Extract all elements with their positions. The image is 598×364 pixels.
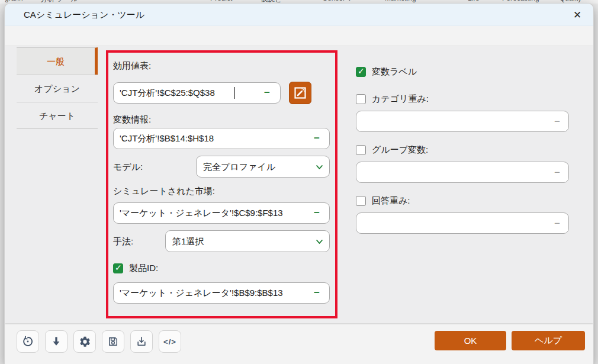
model-select-value: 完全プロファイル	[203, 162, 275, 172]
group-variable-label: グループ変数:	[372, 144, 428, 156]
simulated-market-label: シミュレートされた市場:	[113, 186, 215, 197]
category-weights-input[interactable]	[356, 111, 569, 132]
ribbon-tab-fragment: Marketing	[385, 0, 416, 2]
method-select[interactable]: 第1選択	[165, 230, 330, 252]
load-button[interactable]	[130, 330, 153, 353]
product-id-row: 製品ID:	[113, 263, 158, 274]
tab-general[interactable]: 一般	[17, 47, 98, 75]
product-id-input[interactable]	[113, 282, 330, 304]
group-variable-input[interactable]	[356, 162, 569, 183]
import-tray-icon	[136, 336, 147, 347]
product-id-checkbox[interactable]	[113, 263, 123, 273]
simulated-market-input[interactable]	[113, 202, 330, 224]
reset-defaults-button[interactable]	[17, 330, 39, 353]
utility-table-input[interactable]	[113, 82, 281, 104]
category-weights-checkbox[interactable]	[356, 94, 366, 104]
variable-labels-row: 変数ラベル	[356, 66, 417, 78]
method-label: 手法:	[113, 230, 133, 252]
magic-wand-icon	[292, 85, 308, 101]
response-weights-label: 回答重み:	[372, 195, 410, 207]
dialog-title: CAシミュレーション・ツール	[24, 4, 144, 26]
variable-labels-label: 変数ラベル	[372, 66, 417, 78]
close-icon[interactable]: ✕	[570, 8, 585, 23]
method-select-value: 第1選択	[172, 236, 204, 246]
group-variable-checkbox[interactable]	[356, 145, 366, 155]
chevron-down-icon	[315, 163, 324, 172]
response-weights-input[interactable]	[356, 212, 569, 234]
variable-info-label: 変数情報:	[113, 114, 151, 125]
settings-button[interactable]	[73, 330, 96, 353]
text-caret	[234, 87, 235, 99]
category-weights-label: カテゴリ重み:	[372, 94, 429, 105]
save-icon	[107, 336, 119, 347]
arrow-down-icon	[50, 336, 62, 347]
response-weights-row: 回答重み:	[356, 195, 410, 207]
variable-info-input[interactable]	[113, 128, 330, 149]
variable-labels-checkbox[interactable]	[356, 67, 366, 77]
code-icon: </>	[163, 337, 176, 346]
ca-simulation-tool-dialog: CAシミュレーション・ツール ✕ 一般 オプション チャート 効用値表: −	[4, 3, 594, 364]
group-variable-row: グループ変数:	[356, 144, 428, 156]
footer-divider	[5, 324, 593, 324]
ribbon-tab-fragment: Life	[468, 0, 479, 2]
tab-charts[interactable]: チャート	[17, 102, 98, 129]
tab-options[interactable]: オプション	[17, 75, 98, 102]
utility-table-label: 効用値表:	[113, 60, 151, 72]
tab-list: 一般 オプション チャート	[17, 47, 98, 129]
reset-icon	[21, 335, 34, 348]
model-select[interactable]: 完全プロファイル	[196, 156, 330, 178]
save-button[interactable]	[102, 330, 124, 353]
chevron-down-icon	[315, 237, 324, 246]
model-label: モデル:	[113, 156, 143, 178]
screen: grann 分析 ツール Predict 仮説と Sensor V Market…	[0, 0, 598, 364]
category-weights-row: カテゴリ重み:	[356, 94, 429, 105]
ribbon-tab-fragment: Predict	[210, 0, 232, 2]
dialog-titlebar[interactable]: CAシミュレーション・ツール ✕	[5, 4, 593, 26]
response-weights-checkbox[interactable]	[356, 196, 366, 206]
move-down-button[interactable]	[45, 330, 67, 353]
ok-button[interactable]: OK	[435, 331, 506, 350]
ribbon-tab-fragment: Forecasting	[502, 0, 539, 2]
code-button[interactable]: </>	[159, 330, 181, 353]
magic-wand-button[interactable]	[289, 82, 311, 104]
product-id-label: 製品ID:	[129, 263, 158, 274]
ribbon-tab-fragment: Quality	[560, 0, 581, 2]
help-button[interactable]: ヘルプ	[512, 331, 585, 350]
ribbon-tab-fragment: grann	[5, 0, 23, 2]
ribbon-tab-fragment: Sensor V	[323, 0, 352, 2]
gear-icon	[79, 336, 91, 348]
